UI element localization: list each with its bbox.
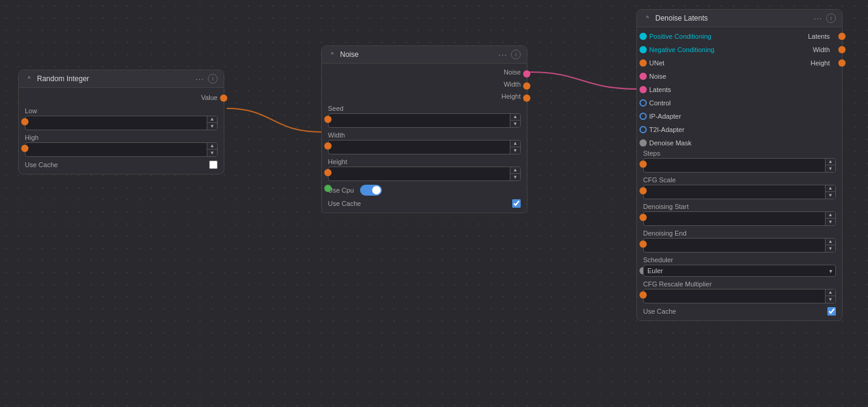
denoising-start-stepper-btns: ▲ ▼: [825, 212, 835, 225]
noise-output-port[interactable]: [523, 70, 530, 78]
cfg-rescale-increment[interactable]: ▲: [826, 290, 835, 296]
cfg-rescale-label: CFG Rescale Multiplier: [643, 280, 836, 288]
random-integer-header: ^ Random Integer ··· i: [19, 70, 224, 88]
denoising-start-input[interactable]: 0: [644, 213, 825, 224]
cfg-scale-decrement[interactable]: ▼: [826, 192, 835, 199]
height-output-port[interactable]: [838, 59, 846, 67]
negative-conditioning-input-port[interactable]: [639, 46, 647, 53]
noise-height-label: Height: [328, 158, 521, 165]
denoising-end-increment[interactable]: ▲: [826, 239, 835, 245]
high-input-stepper: 2147483647 ▲ ▼: [25, 142, 218, 157]
denoising-start-decrement[interactable]: ▼: [826, 219, 835, 225]
random-integer-use-cache-row: Use Cache: [25, 160, 218, 169]
high-input[interactable]: 2147483647: [25, 144, 207, 155]
denoising-end-input[interactable]: 1: [644, 240, 825, 251]
low-input[interactable]: 0: [25, 117, 207, 128]
noise-use-cache-checkbox[interactable]: [512, 199, 521, 208]
t2i-adapter-input-port[interactable]: [639, 126, 647, 133]
denoise-mask-input-port[interactable]: [639, 139, 647, 147]
cfg-scale-input[interactable]: 7.5: [644, 187, 825, 197]
cfg-scale-input-port[interactable]: [639, 187, 647, 194]
noise-height-output-port[interactable]: [523, 94, 530, 102]
seed-stepper-btns: ▲ ▼: [510, 114, 520, 127]
steps-input-port[interactable]: [639, 160, 647, 168]
noise-height-input[interactable]: 512: [329, 168, 510, 179]
t2i-adapter-row: T2I-Adapter: [643, 123, 836, 136]
scheduler-select[interactable]: Euler: [643, 265, 836, 277]
high-row: High 2147483647 ▲ ▼: [25, 134, 218, 157]
cfg-rescale-row: CFG Rescale Multiplier 0 ▲ ▼: [643, 280, 836, 303]
low-increment[interactable]: ▲: [207, 116, 217, 123]
use-cpu-port[interactable]: [324, 185, 332, 192]
seed-increment[interactable]: ▲: [510, 114, 520, 121]
low-row: Low 0 ▲ ▼: [25, 107, 218, 130]
use-cpu-toggle[interactable]: [360, 185, 382, 196]
noise-width-output-port[interactable]: [523, 82, 530, 90]
latents-output-label: Latents: [808, 33, 830, 40]
random-integer-use-cache-checkbox[interactable]: [209, 160, 218, 169]
noise-collapse[interactable]: ^: [328, 50, 336, 59]
noise-height-decrement[interactable]: ▼: [510, 174, 520, 180]
steps-increment[interactable]: ▲: [826, 159, 835, 165]
cfg-rescale-stepper-btns: ▲ ▼: [825, 290, 835, 303]
steps-decrement[interactable]: ▼: [826, 165, 835, 172]
noise-header: ^ Noise ··· i: [322, 46, 527, 64]
width-output-port[interactable]: [838, 46, 846, 53]
control-label: Control: [649, 99, 670, 107]
noise-width-input-port[interactable]: [324, 142, 332, 150]
denoise-info[interactable]: i: [826, 13, 836, 23]
value-output-port[interactable]: [220, 94, 227, 102]
positive-conditioning-input-port[interactable]: [639, 33, 647, 40]
steps-stepper: 10 ▲ ▼: [643, 158, 836, 173]
low-decrement[interactable]: ▼: [207, 123, 217, 130]
seed-input[interactable]: 0: [329, 115, 510, 126]
ip-adapter-label: IP-Adapter: [649, 113, 681, 120]
denoise-mask-label: Denoise Mask: [649, 139, 692, 147]
use-cpu-toggle-thumb: [372, 186, 381, 194]
noise-width-input[interactable]: 512: [329, 142, 510, 153]
noise-height-input-port[interactable]: [324, 169, 332, 176]
denoise-use-cache-checkbox[interactable]: [827, 307, 836, 316]
denoising-start-input-port[interactable]: [639, 214, 647, 221]
random-integer-info[interactable]: i: [208, 74, 218, 84]
noise-width-decrement[interactable]: ▼: [510, 147, 520, 154]
cfg-scale-increment[interactable]: ▲: [826, 185, 835, 192]
noise-title: Noise: [340, 50, 359, 59]
noise-width-increment[interactable]: ▲: [510, 141, 520, 147]
denoise-latents-input-port[interactable]: [639, 86, 647, 93]
random-integer-collapse[interactable]: ^: [25, 74, 33, 83]
unet-input-port[interactable]: [639, 59, 647, 67]
noise-info[interactable]: i: [511, 50, 521, 59]
cfg-rescale-input-port[interactable]: [639, 291, 647, 299]
cfg-scale-row: CFG Scale 7.5 ▲ ▼: [643, 176, 836, 199]
denoising-start-increment[interactable]: ▲: [826, 212, 835, 219]
denoise-noise-input-port[interactable]: [639, 73, 647, 80]
use-cpu-row: Use Cpu: [328, 185, 521, 196]
control-input-port[interactable]: [639, 99, 647, 107]
denoise-menu[interactable]: ···: [813, 13, 823, 23]
low-input-port[interactable]: [21, 118, 28, 125]
high-input-port[interactable]: [21, 145, 28, 152]
random-integer-menu[interactable]: ···: [195, 74, 204, 84]
cfg-rescale-decrement[interactable]: ▼: [826, 296, 835, 303]
denoising-end-input-port[interactable]: [639, 240, 647, 248]
negative-conditioning-row: Negative Conditioning Width: [643, 43, 836, 56]
high-increment[interactable]: ▲: [207, 143, 217, 150]
use-cpu-label: Use Cpu: [328, 187, 354, 194]
ip-adapter-input-port[interactable]: [639, 113, 647, 120]
latents-output-port[interactable]: [838, 33, 846, 40]
seed-label: Seed: [328, 105, 521, 112]
high-decrement[interactable]: ▼: [207, 150, 217, 156]
noise-menu[interactable]: ···: [498, 50, 507, 59]
seed-decrement[interactable]: ▼: [510, 121, 520, 127]
noise-width-stepper-btns: ▲ ▼: [510, 141, 520, 154]
seed-input-port[interactable]: [324, 116, 332, 123]
noise-height-increment[interactable]: ▲: [510, 167, 520, 174]
denoise-body: Positive Conditioning Latents Negative C…: [637, 27, 842, 320]
denoising-end-decrement[interactable]: ▼: [826, 245, 835, 252]
cfg-rescale-input[interactable]: 0: [644, 291, 825, 302]
denoise-mask-row: Denoise Mask: [643, 136, 836, 150]
denoise-collapse[interactable]: ^: [643, 14, 652, 22]
cfg-scale-label: CFG Scale: [643, 176, 836, 184]
steps-input[interactable]: 10: [644, 160, 825, 171]
